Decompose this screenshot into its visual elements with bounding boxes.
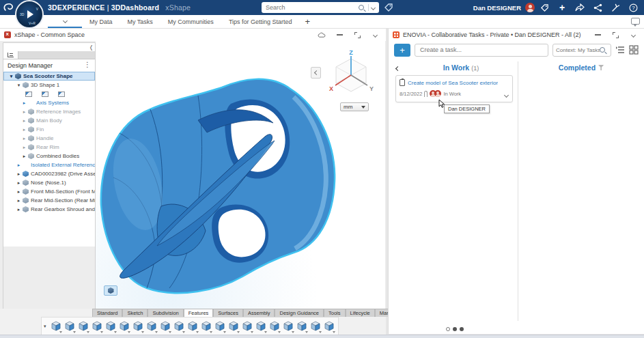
apps-icon[interactable]	[607, 0, 624, 15]
tool-gear-housing-icon[interactable]	[268, 318, 281, 335]
cloud-icon[interactable]	[318, 31, 326, 39]
tool-ghost-solid-icon[interactable]	[322, 318, 336, 335]
context-search-box[interactable]	[552, 44, 611, 57]
maximize-button[interactable]	[353, 31, 361, 39]
add-tab-button[interactable]: +	[300, 16, 316, 27]
tool-shell-icon[interactable]	[309, 318, 322, 335]
ribbon-tab[interactable]: Standard	[92, 309, 122, 317]
caret-icon[interactable]	[16, 189, 22, 195]
add-icon[interactable]: +	[554, 0, 570, 15]
minimize-button[interactable]	[593, 31, 602, 39]
tree-item[interactable]: CAD00023982 (Drive Assembl...	[3, 169, 95, 178]
create-task-input[interactable]	[415, 44, 548, 57]
help-icon[interactable]: ?	[625, 0, 641, 15]
tree-item[interactable]: 3D Shape 1	[3, 81, 95, 89]
dashboard-tab[interactable]: My Data	[82, 15, 120, 28]
tool-clip-icon[interactable]	[186, 318, 199, 335]
ribbon-tab[interactable]: Design Guidance	[275, 309, 324, 317]
tool-image-plane-icon[interactable]	[76, 318, 90, 335]
tree-item[interactable]: Fin	[3, 125, 95, 134]
caret-icon[interactable]	[16, 180, 22, 186]
share-icon[interactable]	[572, 0, 588, 15]
tree-item[interactable]: Combined Bodies	[3, 152, 95, 160]
add-task-button[interactable]: +	[394, 44, 410, 57]
tool-enclosure-icon[interactable]	[240, 318, 254, 335]
dashboard-tab[interactable]: My Tasks	[120, 15, 160, 28]
filter-icon[interactable]	[598, 65, 604, 70]
page-dot[interactable]	[453, 327, 457, 331]
column-completed-header[interactable]: Completed	[518, 61, 644, 73]
caret-icon[interactable]	[16, 198, 22, 203]
page-dot[interactable]	[446, 327, 450, 331]
tool-box-primitive-icon[interactable]	[49, 318, 63, 335]
tree-item[interactable]: Rear Gearbox Shroud and Nozzle ...	[3, 205, 95, 214]
tree-item[interactable]: Nose (Nose.1)	[3, 178, 95, 187]
ribbon-tab[interactable]: Subdivision	[148, 309, 183, 317]
ribbon-tab[interactable]: Surfaces	[213, 309, 243, 317]
assignee-avatar[interactable]	[434, 90, 441, 97]
tree-item[interactable]: Rear Rim	[3, 143, 95, 152]
tree-item[interactable]: Main Body	[3, 116, 95, 125]
ribbon-tab[interactable]: Sketch	[122, 309, 148, 317]
panel-menu-icon[interactable]: ⋮	[84, 61, 91, 68]
caret-icon[interactable]	[16, 171, 22, 177]
caret-icon[interactable]	[21, 100, 27, 106]
label-icon[interactable]	[384, 3, 393, 12]
caret-icon[interactable]	[21, 136, 27, 141]
list-view-icon[interactable]	[615, 45, 625, 55]
zx-plane-icon[interactable]	[58, 91, 65, 97]
tag-icon[interactable]	[536, 0, 552, 15]
tool-pattern-icon[interactable]	[213, 318, 227, 335]
window-menu-chevron-icon[interactable]	[629, 31, 637, 39]
3d-viewport[interactable]: Z X Y mm	[96, 41, 385, 337]
xy-plane-icon[interactable]	[25, 91, 32, 97]
grid-view-icon[interactable]	[629, 45, 639, 55]
tool-plane-icon[interactable]	[63, 318, 76, 335]
caret-icon[interactable]	[21, 109, 27, 115]
user-name[interactable]: Dan DESIGNER	[473, 4, 521, 12]
search-input[interactable]	[262, 4, 359, 11]
tool-rotate-body-icon[interactable]	[295, 318, 309, 335]
3ds-logo[interactable]	[3, 1, 15, 14]
caret-icon[interactable]	[16, 207, 22, 212]
attachment-icon[interactable]	[424, 91, 428, 97]
ribbon-tab[interactable]: Assembly	[243, 309, 275, 317]
tree-item[interactable]: Sea Scooter Shape	[3, 72, 95, 81]
expand-task-chevron-icon[interactable]	[505, 87, 508, 100]
page-dot[interactable]	[460, 327, 464, 331]
assignee-avatars[interactable]	[430, 90, 441, 97]
caret-icon[interactable]	[21, 145, 27, 150]
tool-spline-sweep-icon[interactable]	[104, 318, 117, 335]
tool-point-box-icon[interactable]	[281, 318, 295, 335]
view-compass[interactable]: Z X Y	[326, 49, 376, 98]
column-in-work-header[interactable]: In Work(1)	[404, 61, 518, 73]
tree-item[interactable]: Axis Systems	[3, 98, 95, 107]
collaborate-icon[interactable]	[589, 0, 606, 15]
tree-item[interactable]: Reference Images	[3, 107, 95, 116]
tree-item[interactable]: Handle	[3, 134, 95, 143]
tool-pocket-box-icon[interactable]	[172, 318, 186, 335]
tree-item[interactable]: Isolated External References	[3, 160, 95, 169]
caret-icon[interactable]	[16, 83, 22, 88]
tool-wing-icon[interactable]	[199, 318, 213, 335]
scroll-columns-left-icon[interactable]	[389, 61, 404, 73]
caret-icon[interactable]	[16, 163, 22, 168]
tool-sketch-block-icon[interactable]	[145, 318, 158, 335]
tool-wedge-icon[interactable]	[158, 318, 172, 335]
collapse-viewport-panel-button[interactable]	[311, 67, 321, 79]
task-card[interactable]: Create model of Sea Scooter exterior 8/1…	[395, 75, 513, 102]
tool-cube-group-icon[interactable]	[254, 318, 268, 335]
ribbon-tab[interactable]: Features	[184, 309, 214, 317]
ribbon-tab[interactable]: Lifecycle	[346, 309, 375, 317]
window-menu-chevron-icon[interactable]	[371, 31, 379, 39]
task-title[interactable]: Create model of Sea Scooter exterior	[408, 80, 498, 86]
dashboard-switcher[interactable]	[48, 15, 82, 28]
dashboard-tab[interactable]: My Communities	[160, 15, 221, 28]
user-avatar[interactable]	[525, 3, 535, 12]
chat-icon[interactable]	[631, 18, 640, 25]
3dexperience-compass[interactable]: 3D V V+R	[15, 0, 44, 29]
tool-helix-icon[interactable]	[90, 318, 104, 335]
context-input[interactable]	[556, 47, 600, 53]
tool-open-box-icon[interactable]	[131, 318, 145, 335]
tree-view-tab[interactable]	[3, 51, 18, 59]
